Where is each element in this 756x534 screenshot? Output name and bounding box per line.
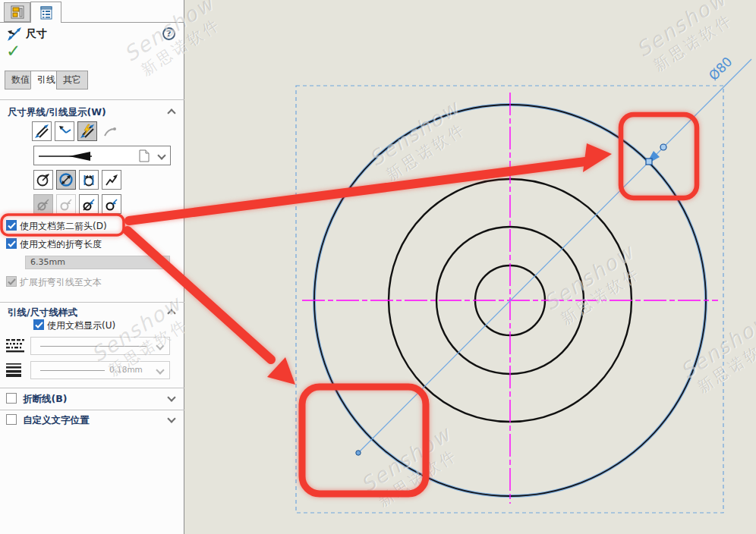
custom-text-position-checkbox[interactable] <box>6 414 17 425</box>
solid-arrow-style-icon <box>39 151 115 162</box>
use-document-display-label: 使用文档显示(U) <box>47 319 115 332</box>
collapse-chevron-icon[interactable] <box>167 108 175 117</box>
extend-bent-leader-checkbox <box>6 276 17 287</box>
inside-leader-button[interactable] <box>55 121 74 141</box>
separator <box>0 410 184 410</box>
linear-diameter-icon <box>81 172 96 187</box>
confirm-check-button[interactable]: ✓ <box>6 41 20 61</box>
radius-dimension-button[interactable] <box>33 170 53 190</box>
circle-arrow-icon <box>58 196 74 212</box>
dimension-text[interactable]: Ø80 <box>706 54 736 83</box>
break-line-checkbox[interactable] <box>6 393 17 404</box>
line-style-icon <box>6 339 24 353</box>
thickness-preview <box>40 370 105 371</box>
section-title-witness-leader: 尺寸界线/引线显示(W) <box>8 106 106 119</box>
tabstrip-divider <box>0 22 184 23</box>
hole-callout-button-4[interactable] <box>102 194 121 214</box>
section-title-line-style: 引线/尺寸线样式 <box>8 306 77 319</box>
separator <box>0 99 184 100</box>
dimension-icon <box>6 26 23 42</box>
foreshortened-button[interactable] <box>102 170 121 190</box>
line-thickness-dropdown: 0.18mm <box>30 361 170 379</box>
check-icon <box>8 240 16 247</box>
smart-leader-button[interactable] <box>77 121 97 141</box>
bent-length-label: 使用文档的折弯长度 <box>20 238 102 251</box>
document-icon <box>139 149 150 162</box>
outside-leader-icon <box>34 124 49 139</box>
arrow-style-dropdown[interactable] <box>33 146 171 165</box>
list-tab-icon <box>39 6 53 20</box>
diameter-dimension-button[interactable] <box>56 170 76 190</box>
dimension-leader-line[interactable] <box>358 59 751 453</box>
slashed-circle-arrow-icon <box>81 196 96 212</box>
collapse-chevron-icon[interactable] <box>167 309 175 317</box>
hole-callout-button-3[interactable] <box>79 194 99 214</box>
separator <box>0 302 184 303</box>
dropdown-chevron-icon <box>157 151 165 159</box>
zigzag-leader-icon <box>104 172 119 187</box>
leader-end-handle[interactable] <box>356 451 361 455</box>
dropdown-chevron-icon <box>156 341 164 350</box>
expand-chevron-icon[interactable] <box>167 393 175 401</box>
custom-text-position-label: 自定义文字位置 <box>23 414 90 427</box>
inside-leader-icon <box>57 124 72 139</box>
diameter-arrow-icon <box>36 196 51 212</box>
check-icon <box>8 278 16 285</box>
curved-leader-button <box>100 121 120 141</box>
arrow-flip-handle[interactable] <box>660 144 666 150</box>
tab-other[interactable]: 其它 <box>56 71 88 90</box>
diameter-dimension-icon <box>58 172 74 187</box>
expand-chevron-icon[interactable] <box>167 414 175 422</box>
radius-dimension-icon <box>36 172 51 187</box>
thickness-value: 0.18mm <box>109 365 143 374</box>
propertymanager-tab-icon <box>11 5 24 19</box>
extend-bent-leader-label: 扩展折弯引线至文本 <box>20 276 102 289</box>
bent-length-input: 6.35mm <box>25 256 170 269</box>
propertymanager-tab[interactable] <box>4 2 30 22</box>
check-icon <box>35 322 43 328</box>
line-style-dropdown <box>30 337 170 355</box>
line-style-preview <box>40 346 146 347</box>
outside-leader-button[interactable] <box>32 121 52 141</box>
dropdown-chevron-icon <box>156 366 164 374</box>
second-arrow-checkbox[interactable] <box>6 220 17 231</box>
panel-title: 尺寸 <box>26 27 47 41</box>
second-arrow-label: 使用文档第二箭头(D) <box>20 220 107 233</box>
line-thickness-icon <box>6 363 23 377</box>
bent-length-checkbox[interactable] <box>6 238 17 249</box>
use-document-display-checkbox[interactable] <box>33 319 44 330</box>
linear-diameter-button[interactable] <box>79 170 99 190</box>
smart-leader-icon <box>80 124 95 139</box>
separator <box>0 388 184 388</box>
help-icon[interactable]: ? <box>162 27 175 40</box>
curved-leader-icon <box>102 124 118 139</box>
hole-callout-button-1 <box>33 194 53 214</box>
hole-callout-button-2 <box>56 194 76 214</box>
square-handle[interactable] <box>646 159 652 165</box>
property-manager-panel: 尺寸 ? ✓ 数值 引线 其它 尺寸界线/引线显示(W) <box>0 0 184 534</box>
check-icon <box>8 222 16 229</box>
solidworks-window: Ø80 Senshow 新思诺软件 Senshow 新思诺软件 Senshow … <box>0 0 756 534</box>
dimension-properties-tab[interactable] <box>30 2 61 23</box>
break-line-label: 折断线(B) <box>23 393 67 406</box>
circle-blue-arrow-icon <box>104 196 119 212</box>
